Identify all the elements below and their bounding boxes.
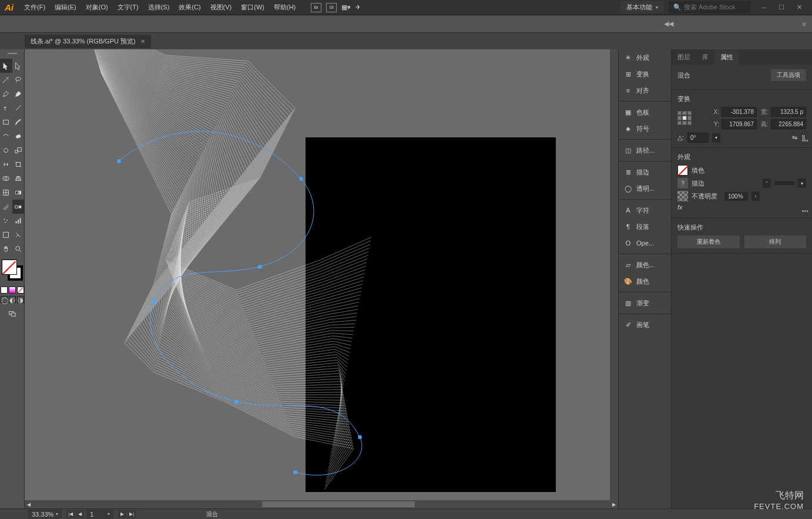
more-appearance-icon[interactable]: •••	[801, 207, 808, 214]
artboard-nav[interactable]: 1▾	[86, 510, 113, 519]
dock-变换[interactable]: ⊞变换	[619, 67, 671, 81]
stroke-weight[interactable]	[774, 181, 794, 185]
stroke-weight-up[interactable]: ˄	[763, 178, 771, 188]
dock-符号[interactable]: ♣符号	[619, 122, 671, 136]
horizontal-scrollbar[interactable]: ◀ ▶	[25, 500, 618, 508]
y-field[interactable]: 1709.867	[722, 119, 757, 129]
selection-tool[interactable]	[0, 59, 12, 73]
tab-libraries[interactable]: 库	[696, 50, 714, 65]
eraser-tool[interactable]	[12, 129, 25, 143]
menu-help[interactable]: 帮助(H)	[270, 1, 299, 14]
next-artboard-icon[interactable]: ▶	[118, 510, 126, 518]
panel-menu-icon[interactable]: ≡	[803, 21, 806, 28]
draw-behind[interactable]: ◐	[9, 296, 16, 303]
menu-type[interactable]: 文字(T)	[114, 1, 142, 14]
width-tool[interactable]	[0, 157, 12, 171]
menu-window[interactable]: 窗口(W)	[237, 1, 268, 14]
dock-色板[interactable]: ▦色板	[619, 105, 671, 119]
stroke-profile[interactable]: ▾	[798, 178, 806, 188]
opacity-swatch[interactable]	[677, 191, 688, 201]
dock-颜色[interactable]: 🎨颜色	[619, 274, 671, 288]
prev-artboard-icon[interactable]: ◀	[76, 510, 84, 518]
zoom-tool[interactable]	[12, 242, 25, 256]
panel-handle[interactable]	[4, 53, 21, 56]
type-tool[interactable]: T	[0, 101, 12, 115]
zoom-dropdown[interactable]: 33.33%▾	[28, 510, 62, 519]
close-button[interactable]: ✕	[791, 2, 807, 14]
perspective-tool[interactable]	[12, 171, 25, 186]
scroll-thumb[interactable]	[262, 501, 415, 507]
pen-tool[interactable]	[0, 87, 12, 101]
menu-view[interactable]: 视图(V)	[207, 1, 236, 14]
dock-段落[interactable]: ¶段落	[619, 220, 671, 234]
canvas[interactable]	[25, 49, 618, 508]
reference-point[interactable]	[677, 111, 692, 125]
draw-inside[interactable]: ◑	[17, 296, 24, 303]
color-swatch[interactable]	[1, 287, 8, 294]
maximize-button[interactable]: ☐	[773, 2, 790, 14]
vertical-scrollbar[interactable]	[610, 49, 618, 500]
tab-properties[interactable]: 属性	[714, 50, 739, 65]
free-transform-tool[interactable]	[12, 157, 25, 171]
scroll-left-icon[interactable]: ◀	[25, 500, 33, 508]
symbol-sprayer-tool[interactable]	[0, 214, 12, 228]
graph-tool[interactable]	[12, 214, 25, 228]
eyedropper-tool[interactable]	[0, 200, 12, 214]
dock-渐变[interactable]: ▥渐变	[619, 296, 671, 310]
stock-icon[interactable]: St	[326, 3, 337, 12]
tool-options-button[interactable]: 工具选项	[771, 69, 806, 81]
draw-normal[interactable]: ◯	[1, 296, 8, 303]
shape-builder-tool[interactable]	[0, 171, 12, 186]
mesh-tool[interactable]	[0, 186, 12, 200]
tab-layers[interactable]: 图层	[672, 50, 696, 65]
blend-tool[interactable]	[12, 200, 25, 214]
paintbrush-tool[interactable]	[12, 115, 25, 129]
stroke-swatch[interactable]: ?	[677, 178, 688, 188]
stock-search[interactable]: 🔍搜索 Adobe Stock	[669, 1, 751, 14]
dock-Ope...[interactable]: OOpe...	[619, 236, 671, 250]
hand-tool[interactable]	[0, 242, 12, 256]
fx-button[interactable]: fx	[677, 204, 683, 211]
magic-wand-tool[interactable]	[0, 73, 12, 87]
menu-file[interactable]: 文件(F)	[21, 1, 49, 14]
dock-描边[interactable]: ≣描边	[619, 165, 671, 179]
gpu-icon[interactable]: ✈	[355, 4, 361, 11]
rotate-tool[interactable]	[0, 143, 12, 157]
gradient-swatch[interactable]	[9, 287, 16, 294]
bridge-icon[interactable]: Br	[311, 3, 321, 12]
dock-颜色...[interactable]: ▱颜色...	[619, 258, 671, 272]
arrange-button[interactable]: 排列	[744, 235, 807, 248]
fill-swatch[interactable]	[677, 165, 688, 176]
fill-stroke[interactable]	[2, 260, 23, 281]
menu-edit[interactable]: 编辑(E)	[51, 1, 80, 14]
dock-外观[interactable]: ☀外观	[619, 50, 671, 65]
document-tab[interactable]: 线条.ai* @ 33.33% (RGB/GPU 预览) ✕	[25, 35, 151, 48]
lasso-tool[interactable]	[12, 73, 25, 87]
menu-effect[interactable]: 效果(C)	[175, 1, 204, 14]
rotation-dropdown[interactable]: ▾	[712, 133, 720, 143]
dock-透明...[interactable]: ◯透明...	[619, 181, 671, 196]
minimize-button[interactable]: ─	[756, 2, 772, 14]
recolor-button[interactable]: 重新着色	[677, 235, 740, 248]
none-swatch[interactable]	[17, 287, 24, 294]
line-tool[interactable]	[12, 101, 25, 115]
slice-tool[interactable]	[12, 228, 25, 242]
dock-字符[interactable]: A字符	[619, 203, 671, 217]
gradient-tool[interactable]	[12, 186, 25, 200]
last-artboard-icon[interactable]: ▶|	[127, 510, 136, 518]
menu-object[interactable]: 对象(O)	[82, 1, 112, 14]
rotation-field[interactable]: 0°	[687, 133, 709, 143]
scroll-right-icon[interactable]: ▶	[610, 500, 618, 508]
opacity-field[interactable]: 100%	[724, 192, 748, 201]
w-field[interactable]: 1323.5 p	[771, 107, 806, 117]
screen-mode[interactable]	[0, 306, 25, 321]
rectangle-tool[interactable]	[0, 115, 12, 129]
expand-icon[interactable]: ◀◀	[664, 20, 673, 28]
shaper-tool[interactable]	[0, 129, 12, 143]
close-tab-icon[interactable]: ✕	[140, 38, 145, 45]
flip-h-icon[interactable]: ⇋	[792, 134, 797, 141]
dock-画笔[interactable]: ✐画笔	[619, 318, 671, 332]
workspace-switcher[interactable]: 基本功能▾	[620, 1, 664, 14]
opacity-arrow[interactable]: ›	[751, 191, 760, 201]
more-options-icon[interactable]: •••	[801, 137, 808, 144]
